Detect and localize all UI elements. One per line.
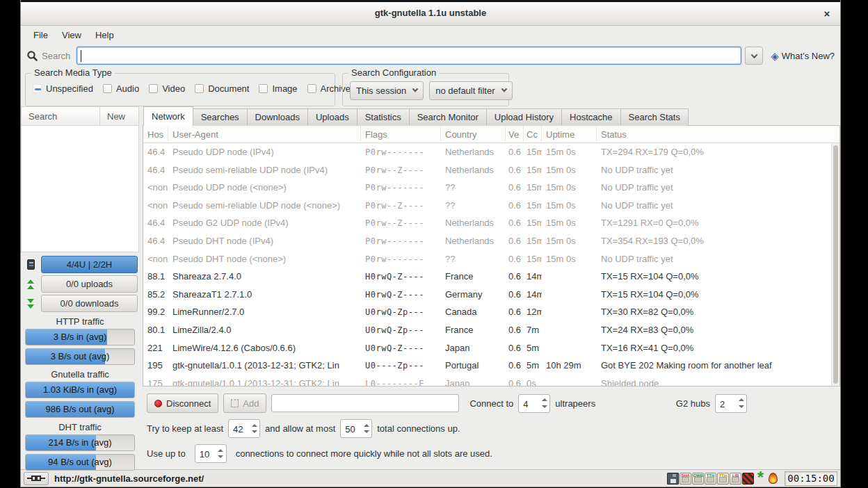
downloads-status-button[interactable]: 0/0 downloads <box>41 295 138 312</box>
tab-hostcache[interactable]: Hostcache <box>561 108 620 126</box>
cell-status: No UDP traffic yet <box>597 179 839 197</box>
checkbox-icon[interactable] <box>259 84 268 93</box>
ultrapeers-spinner[interactable]: 4 <box>518 394 550 413</box>
keep-at-least-spinner[interactable]: 42 <box>228 419 260 438</box>
spinner-arrows[interactable] <box>736 395 746 412</box>
uploads-status-button[interactable]: 0/0 uploads <box>41 275 138 293</box>
table-row[interactable]: <nonPseudo UDP node (<none>)P0rw-------?… <box>143 179 839 197</box>
add-host-input[interactable] <box>271 394 459 412</box>
column-header-cc[interactable]: Cc <box>524 126 542 143</box>
cell-country: ?? <box>441 179 506 197</box>
column-header-flags[interactable]: Flags <box>361 126 441 143</box>
tab-upload-history[interactable]: Upload History <box>486 108 562 126</box>
table-row[interactable]: 195gtk-gnutella/1.0.1 (2013-12-31; GTK2;… <box>143 357 839 375</box>
media-option-document[interactable]: Document <box>195 83 249 94</box>
menu-item-view[interactable]: View <box>55 27 88 43</box>
tab-statistics[interactable]: Statistics <box>357 108 410 126</box>
connector-button[interactable] <box>24 472 49 485</box>
checkbox-icon[interactable] <box>33 84 42 93</box>
column-header-status[interactable]: Status <box>597 126 831 143</box>
table-row[interactable]: 46.4Pseudo UDP node (IPv4)P0rw-------Net… <box>143 143 839 161</box>
tab-searches[interactable]: Searches <box>193 108 248 126</box>
menu-item-file[interactable]: File <box>26 27 55 43</box>
whats-new-link[interactable]: ◈ What's New? <box>771 51 835 61</box>
status-icons: SHAGWBTTHTTHLIB* <box>667 473 779 485</box>
table-row[interactable]: <nonPseudo DHT node (<none>)P0rw-------?… <box>143 250 839 268</box>
floppy-icon <box>667 473 679 485</box>
traffic-sections: HTTP traffic3 B/s in (avg)3 B/s out (avg… <box>21 316 139 471</box>
menu-bar: FileViewHelp <box>21 26 840 44</box>
checkbox-icon[interactable] <box>103 84 112 93</box>
search-label: Search <box>42 51 70 61</box>
table-row[interactable]: 80.1LimeZilla/2.4.0U0rwQ-Zp---France0.67… <box>143 321 839 339</box>
column-header-uptime[interactable]: Uptime <box>542 126 597 143</box>
peers-status-button[interactable]: 4/4U | 2/2H <box>41 256 138 273</box>
tab-search-stats[interactable]: Search Stats <box>620 108 689 126</box>
cell-agent: Pseudo DHT node (IPv4) <box>168 232 361 250</box>
close-button[interactable]: × <box>821 8 833 20</box>
max-value: 50 <box>341 420 361 437</box>
cell-status: TX=354 RX=193 Q=0,0% <box>597 232 839 250</box>
allow-at-most-spinner[interactable]: 50 <box>340 419 372 438</box>
table-row[interactable]: 46.4Pseudo DHT node (IPv4)P0rw-------Net… <box>143 232 839 250</box>
column-header-hos[interactable]: Hos <box>143 126 168 143</box>
add-label: Add <box>243 398 259 409</box>
spinner-arrows[interactable] <box>361 420 371 437</box>
tab-search-monitor[interactable]: Search Monitor <box>409 108 487 126</box>
cell-uptime: 10h 29m <box>542 357 597 375</box>
tab-uploads[interactable]: Uploads <box>307 108 357 126</box>
search-input[interactable] <box>77 47 741 65</box>
default-filter-combo[interactable]: no default filter <box>429 81 512 100</box>
traffic-section-title: Gnutella traffic <box>21 369 139 380</box>
cell-flags: U0rwQ-Zp--- <box>361 303 441 321</box>
cell-version: 0.6 <box>506 179 524 197</box>
tab-downloads[interactable]: Downloads <box>247 108 308 126</box>
table-row[interactable]: 46.4Pseudo G2 UDP node (IPv4)P0rw--Z----… <box>143 214 839 232</box>
checkbox-icon[interactable] <box>195 84 204 93</box>
media-option-unspecified[interactable]: Unspecified <box>33 83 93 94</box>
content-area: Search New 4/4U | 2/2H 0/0 uploads 0/0 d… <box>21 106 840 469</box>
tab-network[interactable]: Network <box>143 106 193 126</box>
table-row[interactable]: 46.4Pseudo semi-reliable UDP node (IPv4)… <box>143 161 839 179</box>
search-list[interactable] <box>21 126 139 252</box>
cell-country: ?? <box>441 250 506 268</box>
cell-country: Netherlands <box>441 143 506 161</box>
keep-value: 42 <box>229 420 249 437</box>
column-header-useragent[interactable]: User-Agent <box>168 126 361 143</box>
table-row[interactable]: 175gtk-gnutella/1.0.1 (2013-12-31; GTK2;… <box>143 375 839 386</box>
table-row[interactable]: 99.2LimeRunner/2.7.0U0rwQ-Zp---Canada0.6… <box>143 303 839 321</box>
disconnect-label: Disconnect <box>166 398 211 409</box>
search-column-header[interactable]: Search <box>21 106 99 126</box>
table-row[interactable]: <nonPseudo semi-reliable UDP node (<none… <box>143 197 839 215</box>
cell-flags: P0rw------- <box>361 179 441 197</box>
session-combo[interactable]: This session <box>350 81 424 100</box>
disconnect-button[interactable]: Disconnect <box>147 393 218 413</box>
spinner-arrows[interactable] <box>539 395 549 412</box>
vertical-scrollbar[interactable] <box>831 143 839 386</box>
table-row[interactable]: 221LimeWire/4.12.6 (Cabos/0.6.6)U0rwQ-Z-… <box>143 339 839 357</box>
cell-country: Japan <box>441 375 506 386</box>
cell-agent: Pseudo DHT node (<none>) <box>168 250 361 268</box>
checkbox-icon[interactable] <box>307 84 316 93</box>
media-option-image[interactable]: Image <box>259 83 297 94</box>
g2-hubs-spinner[interactable]: 2 <box>715 394 747 413</box>
media-type-options: UnspecifiedAudioVideoDocumentImageArchiv… <box>33 83 328 94</box>
add-button[interactable]: Add <box>223 393 266 413</box>
checkbox-icon[interactable] <box>149 84 158 93</box>
media-option-audio[interactable]: Audio <box>103 83 139 94</box>
table-row[interactable]: 85.2ShareazaT1 2.7.1.0H0rwQ-Z----Germany… <box>143 286 839 304</box>
column-header-ve[interactable]: Ve <box>506 126 524 143</box>
table-row[interactable]: 88.1Shareaza 2.7.4.0H0rwQ-Z----France0.6… <box>143 268 839 286</box>
main-pane: NetworkSearchesDownloadsUploadsStatistic… <box>143 106 840 469</box>
spinner-arrows[interactable] <box>216 445 226 462</box>
media-option-video[interactable]: Video <box>149 83 185 94</box>
scrollbar-thumb[interactable] <box>833 145 838 384</box>
search-history-dropdown-button[interactable] <box>745 47 763 65</box>
spinner-arrows[interactable] <box>249 420 259 437</box>
menu-item-help[interactable]: Help <box>88 27 121 43</box>
column-header-country[interactable]: Country <box>441 126 506 143</box>
cell-connected: 15m <box>524 214 542 232</box>
cell-version: 0.6 <box>506 143 524 161</box>
use-up-to-spinner[interactable]: 10 <box>195 444 227 463</box>
new-column-header[interactable]: New <box>99 106 139 126</box>
